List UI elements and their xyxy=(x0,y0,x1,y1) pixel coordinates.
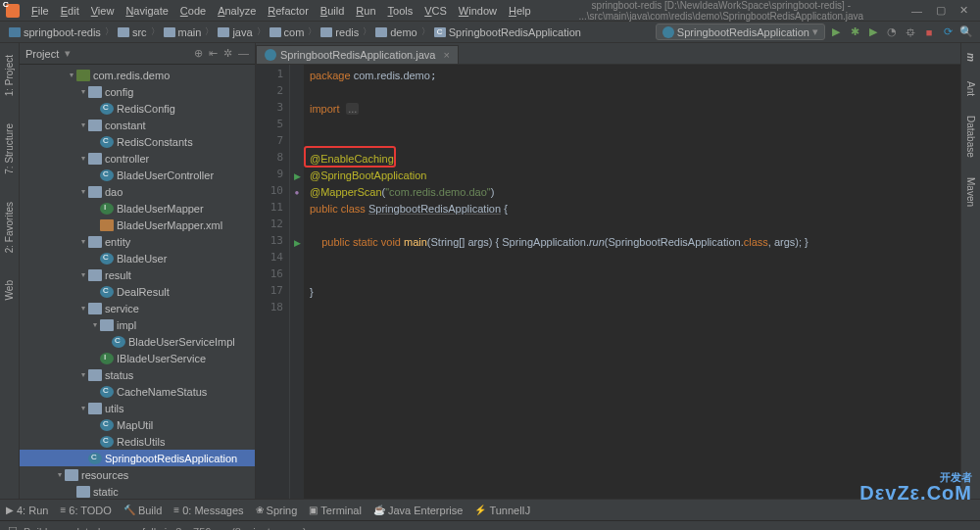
breadcrumb-item[interactable]: demo xyxy=(372,25,420,39)
tree-label: constant xyxy=(105,120,146,131)
maximize-button[interactable]: ▢ xyxy=(930,4,952,17)
tool-tab-m[interactable]: m xyxy=(964,49,977,66)
tree-node[interactable]: BladeUserServiceImpl xyxy=(20,333,255,350)
menu-refactor[interactable]: Refactor xyxy=(262,3,315,19)
close-button[interactable]: ✕ xyxy=(954,4,974,17)
menu-file[interactable]: File xyxy=(25,3,55,19)
sidebar-settings-icon[interactable]: ✲ xyxy=(223,47,232,60)
breadcrumb-item[interactable]: SpringbootRedisApplication xyxy=(431,25,584,39)
bottom-tab-messages[interactable]: ≡ 0: Messages xyxy=(173,505,243,516)
tree-node[interactable]: static xyxy=(20,483,255,499)
navigation-bar: springboot-redis〉src〉main〉java〉com〉redis… xyxy=(0,22,980,43)
bottom-tab-build[interactable]: 🔨 Build xyxy=(123,505,162,516)
run-button[interactable]: ▶ xyxy=(828,24,844,40)
tree-node[interactable]: SpringbootRedisApplication xyxy=(20,450,255,466)
tree-node[interactable]: ▾com.redis.demo xyxy=(20,67,255,83)
close-tab-icon[interactable]: × xyxy=(443,49,449,61)
cls-icon xyxy=(100,436,114,448)
code-area[interactable]: 12357891011121314161718 ▶ ● ▶ package co… xyxy=(256,65,960,499)
breadcrumb-item[interactable]: java xyxy=(215,25,255,39)
sidebar-hide-icon[interactable]: — xyxy=(238,47,249,60)
tree-node[interactable]: BladeUserMapper xyxy=(20,200,255,217)
tool-tab-maven[interactable]: Maven xyxy=(964,173,977,211)
menu-analyze[interactable]: Analyze xyxy=(212,3,262,19)
tree-node[interactable]: ▾dao xyxy=(20,183,255,200)
tree-node[interactable]: BladeUser xyxy=(20,250,255,266)
tree-node[interactable]: MapUtil xyxy=(20,416,255,433)
menu-edit[interactable]: Edit xyxy=(55,3,85,19)
tool-tab-favorites[interactable]: 2: Favorites xyxy=(3,198,16,257)
tree-node[interactable]: ▾config xyxy=(20,83,255,100)
attach-button[interactable]: ⯐ xyxy=(903,24,918,40)
run-config-dropdown[interactable]: SpringbootRedisApplication ▾ xyxy=(656,24,825,40)
update-button[interactable]: ⟳ xyxy=(940,24,956,40)
breadcrumb-item[interactable]: redis xyxy=(318,25,362,39)
tree-node[interactable]: IBladeUserService xyxy=(20,350,255,366)
editor-tab[interactable]: SpringbootRedisApplication.java × xyxy=(256,45,459,64)
bottom-tab-tunnel[interactable]: ⚡ TunnelIJ xyxy=(474,505,530,516)
tree-node[interactable]: ▾constant xyxy=(20,117,255,133)
tree-node[interactable]: RedisConstants xyxy=(20,133,255,150)
menu-tools[interactable]: Tools xyxy=(382,3,419,19)
bottom-tab-todo[interactable]: ≡ 6: TODO xyxy=(60,505,111,516)
tree-node[interactable]: ▾resources xyxy=(20,466,255,483)
bottom-tab-spring[interactable]: ❀ Spring xyxy=(256,505,298,516)
folder-icon xyxy=(9,27,21,37)
bottom-tab-run[interactable]: ▶ 4: Run xyxy=(6,505,48,516)
sidebar-collapse-icon[interactable]: ⇤ xyxy=(209,47,218,60)
breadcrumb-item[interactable]: main xyxy=(161,25,205,39)
debug-button[interactable]: ✱ xyxy=(847,24,862,40)
stop-button[interactable]: ■ xyxy=(921,24,937,40)
tree-node[interactable]: ▾controller xyxy=(20,150,255,167)
menu-build[interactable]: Build xyxy=(315,3,350,19)
tree-node[interactable]: DealResult xyxy=(20,283,255,300)
fld-icon xyxy=(88,86,102,98)
menu-code[interactable]: Code xyxy=(174,3,212,19)
breadcrumb-item[interactable]: springboot-redis xyxy=(6,25,104,39)
search-button[interactable]: 🔍 xyxy=(958,24,974,40)
menu-navigate[interactable]: Navigate xyxy=(120,3,173,19)
tree-node[interactable]: ▾utils xyxy=(20,400,255,416)
menu-help[interactable]: Help xyxy=(503,3,537,19)
tree-node[interactable]: RedisUtils xyxy=(20,433,255,450)
profile-button[interactable]: ◔ xyxy=(884,24,900,40)
breadcrumb-item[interactable]: com xyxy=(267,25,308,39)
run-marker-icon[interactable]: ▶ xyxy=(290,168,304,184)
bottom-tab-java-ee[interactable]: ☕ Java Enterprise xyxy=(373,505,463,516)
project-sidebar: Project ▾ ⊕ ⇤ ✲ — ▾com.redis.demo▾config… xyxy=(20,43,256,499)
tree-node[interactable]: ▾entity xyxy=(20,233,255,250)
menu-window[interactable]: Window xyxy=(453,3,503,19)
file-icon xyxy=(265,49,276,61)
fld-icon xyxy=(76,486,90,498)
window-title: springboot-redis [D:\NewIdeaWorkSpace\sp… xyxy=(539,0,904,22)
run-config-label: SpringbootRedisApplication xyxy=(677,26,809,38)
project-tree[interactable]: ▾com.redis.demo▾configRedisConfig▾consta… xyxy=(20,65,255,499)
tree-node[interactable]: BladeUserController xyxy=(20,167,255,183)
tool-tab-web[interactable]: Web xyxy=(3,276,16,304)
tree-node[interactable]: BladeUserMapper.xml xyxy=(20,217,255,233)
tree-node[interactable]: CacheNameStatus xyxy=(20,383,255,400)
menu-view[interactable]: View xyxy=(85,3,121,19)
breadcrumb-item[interactable]: src xyxy=(115,25,150,39)
menu-run[interactable]: Run xyxy=(350,3,381,19)
tree-node[interactable]: ▾impl xyxy=(20,316,255,333)
tree-node[interactable]: ▾result xyxy=(20,266,255,283)
bottom-tab-terminal[interactable]: ▣ Terminal xyxy=(309,505,362,516)
minimize-button[interactable]: — xyxy=(906,5,928,17)
tree-node[interactable]: RedisConfig xyxy=(20,100,255,117)
sidebar-select-target-icon[interactable]: ⊕ xyxy=(194,47,203,60)
code-content[interactable]: package com.redis.demo;import ...@Enable… xyxy=(304,65,960,499)
tool-tab-structure[interactable]: 7: Structure xyxy=(3,120,16,178)
run-marker-icon[interactable]: ▶ xyxy=(290,234,304,251)
chevron-down-icon: ▾ xyxy=(812,25,818,38)
coverage-button[interactable]: ▶ xyxy=(865,24,881,40)
tree-node[interactable]: ▾status xyxy=(20,366,255,383)
menu-vcs[interactable]: VCS xyxy=(418,3,453,19)
override-marker-icon[interactable]: ● xyxy=(290,184,304,201)
tree-label: config xyxy=(105,86,133,98)
tool-tab-database[interactable]: Database xyxy=(964,112,977,162)
intf-icon xyxy=(100,203,114,215)
tree-node[interactable]: ▾service xyxy=(20,300,255,316)
tool-tab-project[interactable]: 1: Project xyxy=(3,51,16,100)
tool-tab-ant[interactable]: Ant xyxy=(964,77,977,100)
